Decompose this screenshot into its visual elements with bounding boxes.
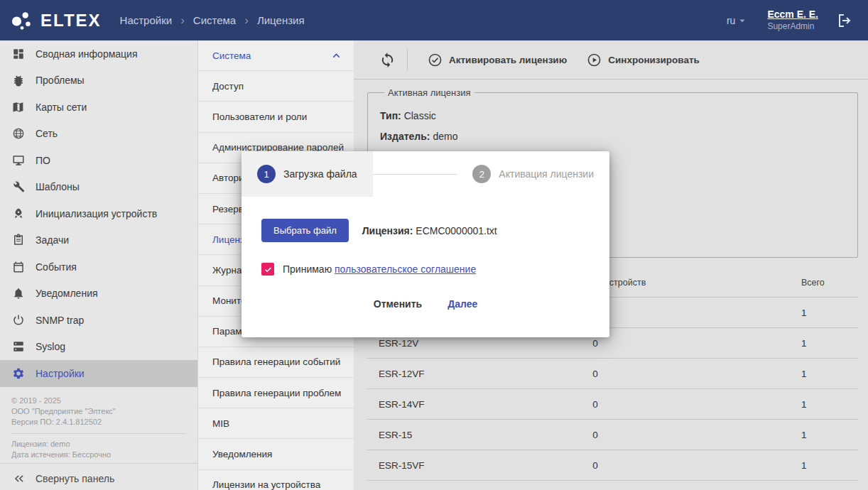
step-number-badge: 2 xyxy=(472,165,491,183)
device-model-cell: ESR-12VF xyxy=(367,369,489,379)
total-cell: 1 xyxy=(702,369,858,379)
submenu-section-label: Уведомления xyxy=(212,449,272,459)
cancel-button[interactable]: Отменить xyxy=(374,298,422,310)
step-number-badge: 1 xyxy=(257,165,276,183)
sidebar-item-label: Сеть xyxy=(36,128,58,139)
collapse-panel-label: Свернуть панель xyxy=(36,473,114,484)
activate-license-button[interactable]: Активировать лицензию xyxy=(418,53,577,67)
license-publisher-value: demo xyxy=(433,131,457,142)
stepper-connector xyxy=(373,174,457,175)
submenu-item-mib[interactable]: MIB xyxy=(198,408,354,439)
main-sidebar: Сводная информация Проблемы Карты сети С… xyxy=(0,40,197,490)
network-map-icon xyxy=(12,101,25,114)
step-activate-license: 2 Активация лицензии xyxy=(457,151,609,197)
user-menu[interactable]: Eccm E. E. SuperAdmin xyxy=(767,9,818,32)
submenu-item-users-roles[interactable]: Пользователи и роли xyxy=(198,102,354,132)
refresh-button[interactable] xyxy=(379,52,396,68)
step-label: Активация лицензии xyxy=(499,168,594,180)
sidebar-item-problems[interactable]: Проблемы xyxy=(0,67,197,94)
eltex-logo[interactable]: ELTEX xyxy=(0,10,120,31)
sidebar-item-label: Инициализация устройств xyxy=(36,208,157,219)
submenu-item-problem-rules[interactable]: Правила генерации проблем xyxy=(198,378,354,408)
tasks-icon xyxy=(12,234,25,246)
synchronize-label: Синхронизировать xyxy=(608,55,700,65)
stepper: 1 Загрузка файла 2 Активация лицензии xyxy=(242,151,609,197)
dashboard-icon xyxy=(12,48,25,60)
chevron-up-icon xyxy=(330,50,342,62)
table-row[interactable]: ESR-15VF 0 1 xyxy=(367,450,858,481)
divider xyxy=(11,433,186,434)
sidebar-item-summary[interactable]: Сводная информация xyxy=(0,40,197,67)
sidebar-item-device-init[interactable]: Инициализация устройств xyxy=(0,200,197,227)
submenu-item-event-rules[interactable]: Правила генерации событий xyxy=(198,347,354,378)
collapse-panel-button[interactable]: Свернуть панель xyxy=(0,463,197,490)
company-name: ООО "Предприятие "Элтекс" xyxy=(11,406,186,417)
choose-file-button[interactable]: Выбрать файл xyxy=(261,219,349,242)
submenu-item-label: MIB xyxy=(212,418,229,429)
table-row[interactable]: ESR-12VF 0 1 xyxy=(367,359,858,389)
table-row[interactable]: ESR-15 0 1 xyxy=(367,420,858,450)
check-circle-icon xyxy=(428,53,443,67)
submenu-section-notifications[interactable]: Уведомления xyxy=(198,439,354,469)
copyright-text: © 2019 - 2025 xyxy=(11,396,186,406)
file-row: Выбрать файл Лицензия: ECMC0000001.txt xyxy=(261,219,590,242)
activated-cell: 0 xyxy=(489,338,702,349)
dialog-actions: Отменить Далее xyxy=(261,276,590,310)
active-license-legend: Активная лицензия xyxy=(384,87,474,98)
user-role: SuperAdmin xyxy=(767,21,814,32)
breadcrumb: Настройки › Система › Лицензия xyxy=(120,14,305,26)
sidebar-item-syslog[interactable]: Syslog xyxy=(0,334,197,361)
device-model-cell: ESR-15VF xyxy=(367,460,489,471)
sidebar-item-label: Шаблоны xyxy=(36,181,80,192)
logout-icon[interactable] xyxy=(837,12,854,29)
sidebar-item-label: Карты сети xyxy=(36,102,87,113)
sidebar-item-software[interactable]: ПО xyxy=(0,147,197,174)
sidebar-item-notifications[interactable]: Уведомления xyxy=(0,281,197,307)
sidebar-item-network[interactable]: Сеть xyxy=(0,121,197,148)
synchronize-button[interactable]: Синхронизировать xyxy=(577,53,710,67)
globe-icon xyxy=(12,127,25,140)
license-publisher-label: Издатель: xyxy=(380,131,430,142)
sidebar-item-events[interactable]: События xyxy=(0,254,197,281)
table-row[interactable]: ESR-14VF 0 1 xyxy=(367,389,858,420)
activated-cell: 0 xyxy=(489,369,702,379)
license-type-value: Classic xyxy=(404,110,436,121)
double-chevron-left-icon xyxy=(12,472,26,486)
agreement-prefix: Принимаю xyxy=(283,263,332,275)
sidebar-item-snmp-trap[interactable]: SNMP trap xyxy=(0,307,197,334)
total-cell: 1 xyxy=(702,399,858,410)
dialog-body: Выбрать файл Лицензия: ECMC0000001.txt П… xyxy=(242,197,609,310)
sidebar-item-settings[interactable]: Настройки xyxy=(0,360,197,387)
caret-down-icon xyxy=(736,14,749,27)
sidebar-item-label: Настройки xyxy=(36,368,85,379)
sidebar-item-templates[interactable]: Шаблоны xyxy=(0,174,197,201)
submenu-item-label: Доступ xyxy=(212,81,244,92)
submenu-item-label: Пользователи и роли xyxy=(212,111,307,122)
total-cell: 1 xyxy=(702,307,858,318)
sidebar-item-tasks[interactable]: Задачи xyxy=(0,227,197,254)
eltex-logo-icon xyxy=(10,10,34,31)
sidebar-item-label: SNMP trap xyxy=(36,315,84,326)
next-button[interactable]: Далее xyxy=(447,298,477,310)
sidebar-item-network-maps[interactable]: Карты сети xyxy=(0,94,197,121)
language-selector[interactable]: ru xyxy=(727,14,749,27)
agreement-checkbox[interactable] xyxy=(261,263,274,276)
chevron-right-icon: › xyxy=(244,14,249,26)
breadcrumb-system[interactable]: Система xyxy=(193,14,236,26)
submenu-item-access[interactable]: Доступ xyxy=(198,71,354,102)
activated-cell: 0 xyxy=(489,399,702,410)
agreement-link[interactable]: пользовательское соглашение xyxy=(335,263,476,275)
eltex-logo-text: ELTEX xyxy=(40,11,102,31)
submenu-section-system[interactable]: Система xyxy=(198,40,354,71)
bell-icon xyxy=(12,287,25,300)
language-value: ru xyxy=(727,15,735,26)
license-info: Лицензия: demo xyxy=(11,439,186,450)
device-model-cell: ESR-15 xyxy=(367,430,489,440)
breadcrumb-settings[interactable]: Настройки xyxy=(120,14,173,26)
software-icon xyxy=(12,154,25,167)
submenu-item-device-licenses[interactable]: Лицензии на устройства xyxy=(198,470,354,490)
license-file-name: Лицензия: ECMC0000001.txt xyxy=(362,225,497,236)
agreement-text: Принимаю пользовательское соглашение xyxy=(283,263,476,275)
play-circle-icon xyxy=(587,53,602,67)
sidebar-item-label: ПО xyxy=(36,155,50,166)
